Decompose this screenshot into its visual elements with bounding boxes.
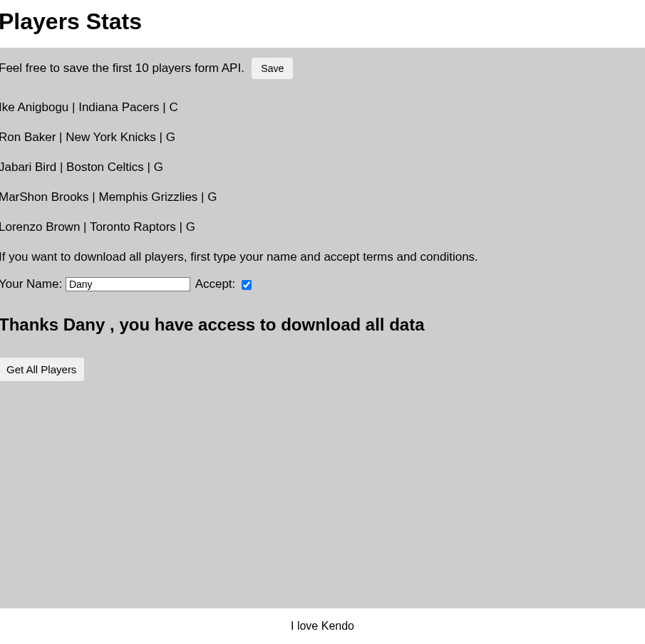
player-item: Ike Anigbogu | Indiana Pacers | C [0, 100, 645, 115]
intro-text: Feel free to save the first 10 players f… [0, 61, 244, 75]
footer-text: I love Kendo [291, 620, 354, 632]
player-item: MarShon Brooks | Memphis Grizzlies | G [0, 190, 645, 204]
player-item: Ron Baker | New York Knicks | G [0, 130, 645, 145]
accept-checkbox[interactable] [242, 280, 252, 290]
players-list: Ike Anigbogu | Indiana Pacers | C Ron Ba… [0, 100, 645, 234]
name-input[interactable] [66, 277, 190, 291]
player-item: Jabari Bird | Boston Celtics | G [0, 160, 645, 175]
download-note: If you want to download all players, fir… [0, 250, 645, 264]
accept-label: Accept: [195, 277, 236, 291]
page-title: Players Stats [0, 9, 645, 35]
get-all-players-button[interactable]: Get All Players [0, 358, 84, 381]
thanks-heading: Thanks Dany , you have access to downloa… [0, 315, 645, 335]
save-button[interactable]: Save [252, 58, 293, 79]
name-label: Your Name: [0, 277, 62, 291]
player-item: Lorenzo Brown | Toronto Raptors | G [0, 220, 645, 234]
